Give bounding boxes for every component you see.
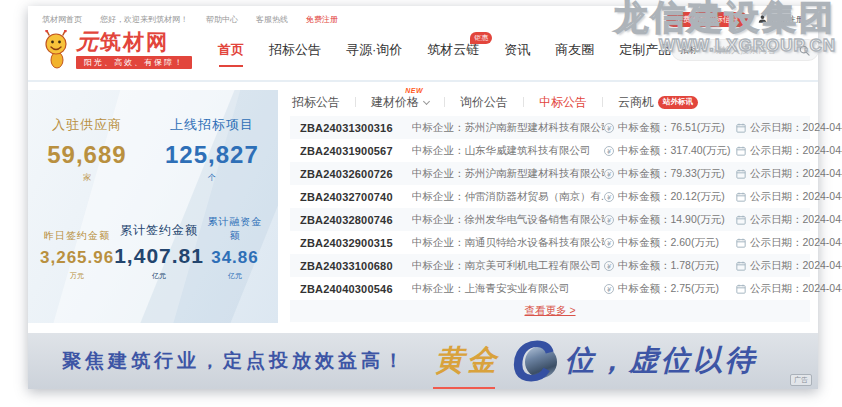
search-input[interactable] [713, 45, 793, 55]
bid-amount-text: 中标金额：76.51(万元) [618, 121, 725, 135]
table-row[interactable]: ZBA24032600726中标企业：苏州沪南新型建材科技有限公司¥中标金额：7… [290, 162, 810, 185]
bid-amount: ¥中标金额：317.40(万元) [604, 144, 736, 158]
banner-letter-wrap: C [511, 333, 553, 389]
tab-label: 中标公告 [539, 94, 587, 111]
tender-table: ZBA24031300316中标企业：苏州沪南新型建材科技有限公司¥中标金额：7… [290, 116, 810, 300]
tender-id[interactable]: ZBA24033100680 [300, 260, 412, 272]
winner-company: 中标企业：上海青安实业有限公司 [412, 282, 604, 296]
ad-tag: 广告 [790, 374, 812, 386]
nav-item[interactable]: 筑材云链钜惠 [427, 41, 479, 59]
calendar-icon [736, 261, 746, 271]
topbar-right: 免费发布招标信息 登录/注册 [666, 12, 804, 27]
brand-glyph-icon: 元 [76, 31, 98, 53]
banner-gold-text: 黄金 [435, 341, 499, 381]
nav-label: 定制产品 [619, 42, 671, 57]
nav-item[interactable]: 资讯 [504, 41, 530, 59]
yen-icon: ¥ [604, 238, 614, 248]
topbar-link[interactable]: 筑材网首页 [42, 15, 82, 24]
tender-id[interactable]: ZBA24032900315 [300, 237, 412, 249]
login-label: 登录/注册 [770, 14, 804, 25]
table-row[interactable]: ZBA24032800746中标企业：徐州发华电气设备销售有限公司¥中标金额：1… [290, 208, 810, 231]
stat-yesterday-amount: 昨日签约金额 3,265.96 万元 [40, 229, 114, 281]
bid-amount-text: 中标金额：1.78(万元) [618, 259, 719, 273]
brand-logo[interactable]: 元 筑材网 阳光、高效、有保障！ [76, 31, 192, 69]
search-icon[interactable] [799, 45, 810, 56]
yen-icon: ¥ [604, 146, 614, 156]
calendar-icon [736, 123, 746, 133]
chevron-down-icon [423, 97, 430, 104]
winner-company: 中标企业：仲雷消防器材贸易（南京）有... [412, 190, 604, 204]
search-category-select[interactable]: 招标 [680, 44, 707, 57]
topbar-link[interactable]: 帮助中心 [206, 15, 238, 24]
winner-company: 中标企业：苏州沪南新型建材科技有限公司 [412, 121, 604, 135]
publish-tender-button[interactable]: 免费发布招标信息 [666, 12, 748, 27]
search-box: 招标 [671, 39, 819, 61]
promo-badge: 钜惠 [470, 32, 492, 44]
tab-item[interactable]: 建材价格NEW [369, 94, 431, 111]
table-row[interactable]: ZBA24031900567中标企业：山东华威建筑科技有限公司¥中标金额：317… [290, 139, 810, 162]
yen-icon: ¥ [604, 123, 614, 133]
tender-id[interactable]: ZBA24032600726 [300, 168, 412, 180]
table-row[interactable]: ZBA24033100680中标企业：南京美可利机电工程有限公司¥中标金额：1.… [290, 254, 810, 277]
topbar-link[interactable]: 您好，欢迎来到筑材网！ [100, 15, 188, 24]
table-row[interactable]: ZBA24040300546中标企业：上海青安实业有限公司¥中标金额：2.75(… [290, 277, 810, 300]
site-card: 筑材网首页您好，欢迎来到筑材网！帮助中心客服热线免费注册 免费发布招标信息 登录… [28, 6, 818, 389]
nav-item[interactable]: 商友圈 [555, 41, 594, 59]
external-tender-badge: 站外标讯 [658, 96, 698, 109]
tender-id[interactable]: ZBA24032700740 [300, 191, 412, 203]
bid-amount-text: 中标金额：317.40(万元) [618, 144, 731, 158]
yen-icon: ¥ [604, 215, 614, 225]
nav-label: 筑材云链 [427, 42, 479, 57]
publish-date-text: 公示日期：2024-04-09 [750, 167, 842, 181]
nav-item[interactable]: 寻源·询价 [346, 41, 402, 59]
winner-company: 中标企业：苏州沪南新型建材科技有限公司 [412, 167, 604, 181]
winner-company: 中标企业：南通贝特给水设备科技有限公司 [412, 236, 604, 250]
chevron-down-icon [701, 48, 707, 52]
tab-item[interactable]: 招标公告 [290, 94, 342, 111]
page-stage: 筑材网首页您好，欢迎来到筑材网！帮助中心客服热线免费注册 免费发布招标信息 登录… [0, 0, 842, 407]
publish-date-text: 公示日期：2024-04-09 [750, 121, 842, 135]
topbar-link[interactable]: 客服热线 [256, 15, 288, 24]
nav-item[interactable]: 首页 [218, 41, 244, 59]
table-row[interactable]: ZBA24032900315中标企业：南通贝特给水设备科技有限公司¥中标金额：2… [290, 231, 810, 254]
tender-id[interactable]: ZBA24031900567 [300, 145, 412, 157]
tab-item[interactable]: 询价公告 [458, 94, 510, 111]
yen-icon: ¥ [604, 261, 614, 271]
view-more-link[interactable]: 查看更多 > [524, 304, 575, 318]
tender-id[interactable]: ZBA24040300546 [300, 283, 412, 295]
person-icon [758, 14, 767, 24]
calendar-icon [736, 215, 746, 225]
table-row[interactable]: ZBA24032700740中标企业：仲雷消防器材贸易（南京）有...¥中标金额… [290, 185, 810, 208]
table-row[interactable]: ZBA24031300316中标企业：苏州沪南新型建材科技有限公司¥中标金额：7… [290, 116, 810, 139]
nav-item[interactable]: 招标公告 [269, 41, 321, 59]
tab-bar: 招标公告建材价格NEW询价公告中标公告云商机站外标讯 [290, 90, 810, 114]
tab-item[interactable]: 云商机站外标讯 [616, 94, 700, 111]
search-category-value: 招标 [680, 44, 698, 57]
bid-amount-text: 中标金额：2.75(万元) [618, 282, 719, 296]
calendar-icon [736, 169, 746, 179]
bid-amount-text: 中标金额：20.12(万元) [618, 190, 725, 204]
calendar-icon [736, 238, 746, 248]
brand-name: 筑材网 [100, 31, 169, 52]
bid-amount: ¥中标金额：20.12(万元) [604, 190, 736, 204]
tab-active[interactable]: 中标公告 [537, 94, 589, 111]
publish-date: 公示日期：2024-04-09 [736, 144, 842, 158]
tab-label: 询价公告 [460, 94, 508, 111]
calendar-icon [736, 284, 746, 294]
publish-date-text: 公示日期：2024-04-09 [750, 236, 842, 250]
publish-date-text: 公示日期：2024-04-09 [750, 213, 842, 227]
winner-company: 中标企业：山东华威建筑科技有限公司 [412, 144, 604, 158]
tender-id[interactable]: ZBA24032800746 [300, 214, 412, 226]
nav-item[interactable]: 定制产品 [619, 41, 671, 59]
tender-id[interactable]: ZBA24031300316 [300, 122, 412, 134]
banner-text-right: 位，虚位以待 [565, 341, 757, 381]
nav-label: 招标公告 [269, 42, 321, 57]
topbar-link[interactable]: 免费注册 [306, 15, 338, 24]
ad-banner[interactable]: 聚焦建筑行业，定点投放效益高！ 黄金 C 位，虚位以待 广告 [28, 333, 818, 389]
winner-company: 中标企业：徐州发华电气设备销售有限公司 [412, 213, 604, 227]
publish-date: 公示日期：2024-04-09 [736, 259, 842, 273]
stat-projects: 上线招标项目 125,827 个 [165, 116, 259, 183]
login-register-link[interactable]: 登录/注册 [758, 14, 804, 25]
publish-date-text: 公示日期：2024-04-09 [750, 259, 842, 273]
bid-amount: ¥中标金额：2.75(万元) [604, 282, 736, 296]
